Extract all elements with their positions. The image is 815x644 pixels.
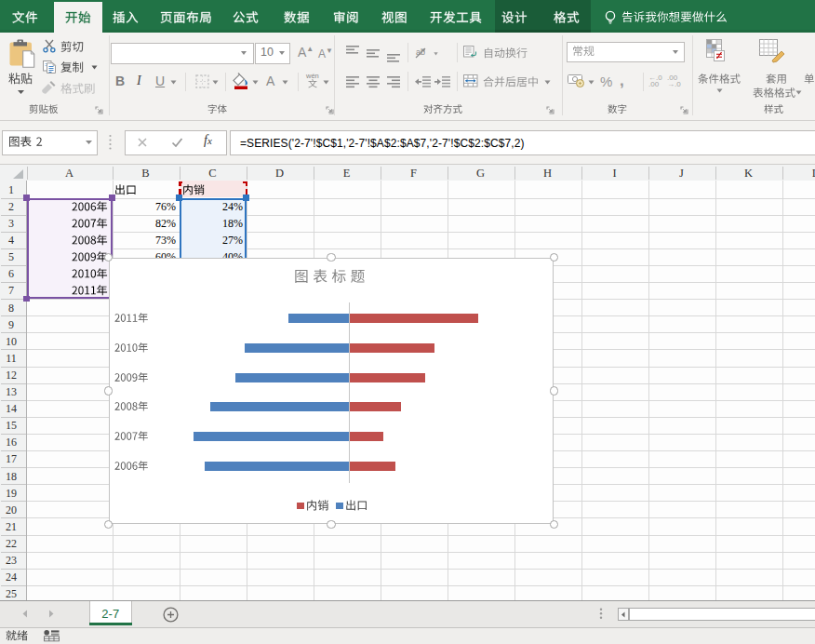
svg-text:ab: ab [416, 47, 425, 57]
